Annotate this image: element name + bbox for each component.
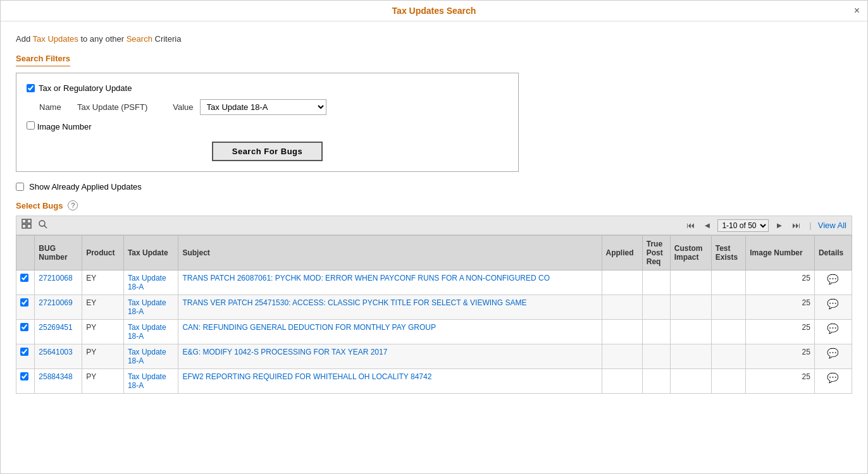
tax-regulatory-text: Tax or Regulatory Update — [39, 83, 132, 93]
prev-page-button[interactable]: ◄ — [701, 219, 714, 231]
tax-regulatory-row: Tax or Regulatory Update — [27, 83, 508, 93]
col-test-exists: TestExists — [711, 236, 746, 270]
bug-number-link-4[interactable]: 25884348 — [39, 372, 72, 381]
toolbar-left — [22, 219, 48, 232]
table-row: 25884348PYTax Update18-AEFW2 REPORTING R… — [16, 369, 852, 394]
col-image-number: Image Number — [746, 236, 815, 270]
tax-update-link-0[interactable]: Tax Update18-A — [128, 274, 166, 291]
toolbar-row: ⏮ ◄ 1-10 of 50 ► ⏭ | View All — [16, 216, 852, 235]
custom-impact-cell-0 — [670, 270, 711, 295]
custom-impact-cell-2 — [670, 320, 711, 344]
col-product: Product — [82, 236, 124, 270]
table-row: 27210068EYTax Update18-ATRANS PATCH 2608… — [16, 270, 852, 295]
search-bugs-button[interactable]: Search For Bugs — [212, 142, 323, 161]
view-all-link[interactable]: View All — [818, 221, 846, 230]
image-number-label[interactable]: Image Number — [27, 121, 92, 131]
pagination-info: 1-10 of 50 — [717, 219, 769, 232]
bugs-table: BUGNumber Product Tax Update Subject App… — [16, 235, 852, 394]
test-exists-cell-2 — [711, 320, 746, 344]
custom-impact-cell-1 — [670, 295, 711, 320]
title-bar: Tax Updates Search × — [1, 1, 867, 21]
svg-point-4 — [39, 221, 45, 226]
image-number-cell-2: 25 — [746, 320, 815, 344]
svg-rect-1 — [27, 219, 31, 223]
instruction-text: Add Tax Updates to any other Search Crit… — [16, 34, 852, 44]
show-applied-checkbox[interactable] — [16, 183, 24, 191]
value-label: Value — [173, 102, 193, 112]
value-dropdown[interactable]: Tax Update 18-ATax Update 18-BTax Update… — [200, 99, 326, 115]
product-cell-4: PY — [82, 369, 124, 394]
name-label: Name — [39, 102, 77, 112]
toolbar-right: ⏮ ◄ 1-10 of 50 ► ⏭ | View All — [684, 219, 846, 232]
bug-number-link-2[interactable]: 25269451 — [39, 323, 72, 332]
details-icon-2[interactable]: 💬 — [827, 323, 839, 334]
row-checkbox-4[interactable] — [20, 372, 28, 380]
true-post-req-cell-2 — [642, 320, 670, 344]
applied-cell-3 — [602, 344, 642, 369]
subject-link-1[interactable]: TRANS VER PATCH 25471530: ACCESS: CLASSI… — [182, 298, 526, 307]
svg-rect-2 — [22, 224, 26, 228]
applied-cell-2 — [602, 320, 642, 344]
col-applied: Applied — [602, 236, 642, 270]
tax-regulatory-label[interactable]: Tax or Regulatory Update — [27, 83, 132, 93]
content-area: Add Tax Updates to any other Search Crit… — [1, 21, 867, 406]
page-range-select[interactable]: 1-10 of 50 — [717, 219, 769, 232]
bug-number-link-0[interactable]: 27210068 — [39, 274, 72, 283]
test-exists-cell-0 — [711, 270, 746, 295]
bug-number-link-1[interactable]: 27210069 — [39, 298, 72, 307]
subject-link-0[interactable]: TRANS PATCH 26087061: PYCHK MOD: ERROR W… — [182, 274, 550, 283]
applied-cell-4 — [602, 369, 642, 394]
table-row: 27210069EYTax Update18-ATRANS VER PATCH … — [16, 295, 852, 320]
highlight-updates: Updates — [47, 34, 78, 44]
details-icon-4[interactable]: 💬 — [827, 372, 839, 383]
subject-link-3[interactable]: E&G: MODIFY 1042-S PROCESSING FOR TAX YE… — [182, 348, 387, 356]
svg-rect-3 — [27, 224, 31, 228]
test-exists-cell-3 — [711, 344, 746, 369]
search-icon[interactable] — [38, 219, 48, 231]
subject-link-4[interactable]: EFW2 REPORTING REQUIRED FOR WHITEHALL OH… — [182, 372, 431, 381]
highlight-search: Search — [127, 34, 152, 44]
show-applied-label[interactable]: Show Already Applied Updates — [29, 182, 142, 191]
help-icon[interactable]: ? — [68, 200, 78, 210]
true-post-req-cell-3 — [642, 344, 670, 369]
table-row: 25641003PYTax Update18-AE&G: MODIFY 1042… — [16, 344, 852, 369]
row-checkbox-1[interactable] — [20, 298, 28, 307]
window-title: Tax Updates Search — [392, 6, 476, 16]
true-post-req-cell-4 — [642, 369, 670, 394]
next-page-button[interactable]: ► — [772, 219, 786, 231]
image-number-row: Image Number — [27, 121, 508, 131]
true-post-req-cell-1 — [642, 295, 670, 320]
select-bugs-title: Select Bugs — [16, 201, 63, 210]
tax-update-link-2[interactable]: Tax Update18-A — [128, 323, 166, 341]
bug-number-link-3[interactable]: 25641003 — [39, 348, 72, 356]
table-header-row: BUGNumber Product Tax Update Subject App… — [16, 236, 852, 270]
image-number-checkbox[interactable] — [27, 121, 35, 130]
image-number-cell-1: 25 — [746, 295, 815, 320]
details-icon-3[interactable]: 💬 — [827, 348, 839, 358]
grid-settings-icon[interactable] — [22, 219, 33, 232]
tax-update-link-3[interactable]: Tax Update18-A — [128, 348, 166, 365]
image-number-cell-0: 25 — [746, 270, 815, 295]
subject-link-2[interactable]: CAN: REFUNDING GENERAL DEDUCTION FOR MON… — [182, 323, 436, 332]
svg-rect-0 — [22, 219, 26, 223]
col-checkbox — [16, 236, 35, 270]
search-filters-title: Search Filters — [16, 54, 70, 66]
custom-impact-cell-4 — [670, 369, 711, 394]
close-button[interactable]: × — [854, 5, 860, 16]
main-window: Tax Updates Search × Add Tax Updates to … — [0, 0, 868, 474]
details-icon-0[interactable]: 💬 — [827, 274, 839, 284]
row-checkbox-2[interactable] — [20, 323, 28, 331]
tax-update-link-4[interactable]: Tax Update18-A — [128, 372, 166, 390]
col-tax-update: Tax Update — [123, 236, 178, 270]
search-filters-section: Search Filters Tax or Regulatory Update … — [16, 54, 852, 172]
row-checkbox-0[interactable] — [20, 274, 28, 282]
tax-regulatory-checkbox[interactable] — [27, 84, 35, 92]
first-page-button[interactable]: ⏮ — [684, 219, 697, 231]
details-icon-1[interactable]: 💬 — [827, 298, 839, 309]
name-value: Tax Update (PSFT) — [77, 102, 147, 112]
svg-line-5 — [44, 226, 47, 228]
product-cell-1: EY — [82, 295, 124, 320]
row-checkbox-3[interactable] — [20, 348, 28, 356]
last-page-button[interactable]: ⏭ — [790, 219, 803, 231]
tax-update-link-1[interactable]: Tax Update18-A — [128, 298, 166, 316]
